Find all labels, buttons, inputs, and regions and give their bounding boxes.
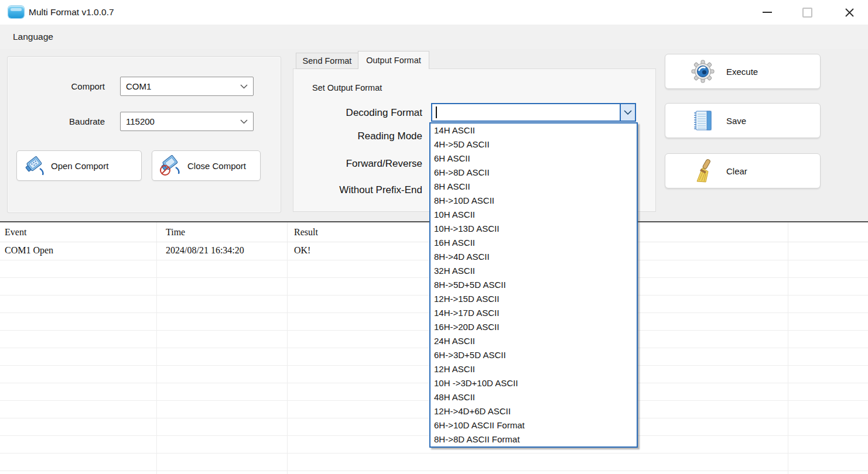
titlebar: Multi Format v1.0.0.7 [0, 0, 868, 25]
execute-button[interactable]: Execute [665, 54, 821, 89]
log-cell-time: 2024/08/21 16:34:20 [166, 242, 244, 259]
dropdown-option[interactable]: 8H->5D+5D ASCII [430, 278, 637, 292]
serial-connector-blocked-icon [159, 154, 182, 177]
chevron-down-icon [240, 84, 248, 89]
dropdown-option[interactable]: 6H ASCII [430, 152, 637, 166]
dropdown-option[interactable]: 10H->13D ASCII [430, 222, 637, 236]
open-comport-button[interactable]: Open Comport [16, 150, 142, 181]
comport-select[interactable]: COM1 [120, 77, 254, 96]
row-divider [0, 453, 868, 454]
dropdown-option[interactable]: 12H->15D ASCII [430, 292, 637, 306]
dropdown-option[interactable]: 6H->3D+5D ASCII [430, 348, 637, 362]
text-caret [436, 107, 437, 118]
decoding-format-dropdown-button[interactable] [620, 104, 635, 121]
set-output-format-label: Set Output Format [312, 83, 382, 92]
row-divider [0, 470, 868, 471]
clear-label: Clear [726, 166, 747, 176]
forward-reverse-label: Forward/Reverse [305, 155, 422, 173]
log-header-result: Result [294, 222, 318, 242]
tab-send-format[interactable]: Send Format [296, 53, 358, 69]
minimize-icon [763, 12, 772, 13]
execute-label: Execute [726, 67, 758, 77]
comport-label: Comport [31, 77, 105, 96]
chevron-down-icon [624, 110, 632, 115]
minimize-button[interactable] [757, 2, 777, 22]
decoding-format-label: Decoding Format [305, 104, 422, 122]
dropdown-option[interactable]: 10H ASCII [430, 208, 637, 222]
app-window: Multi Format v1.0.0.7 Language Comport C… [0, 0, 868, 474]
save-button[interactable]: Save [665, 103, 821, 138]
log-header-event: Event [5, 222, 26, 242]
close-button[interactable] [839, 2, 859, 22]
dropdown-option[interactable]: 32H ASCII [430, 264, 637, 278]
dropdown-option[interactable]: 14H->17D ASCII [430, 306, 637, 320]
maximize-button[interactable] [797, 2, 817, 22]
dropdown-items: 14H ASCII 4H->5D ASCII 6H ASCII 6H->8D A… [430, 123, 637, 446]
comport-value: COM1 [126, 81, 151, 91]
dropdown-option[interactable]: 8H->8D ASCII Format [430, 432, 637, 446]
dropdown-option[interactable]: 16H ASCII [430, 236, 637, 250]
dropdown-option[interactable]: 24H ASCII [430, 334, 637, 348]
dropdown-option[interactable]: 14H ASCII [430, 123, 637, 138]
dropdown-option[interactable]: 8H ASCII [430, 180, 637, 194]
tab-output-format-label: Output Format [366, 56, 421, 65]
clear-button[interactable]: Clear [665, 153, 821, 188]
tab-send-format-label: Send Format [303, 56, 352, 66]
broom-icon [690, 158, 716, 184]
app-icon [8, 6, 24, 18]
tab-output-format[interactable]: Output Format [358, 51, 429, 69]
menubar: Language [0, 25, 868, 49]
log-header-time: Time [166, 222, 185, 242]
save-label: Save [726, 116, 746, 126]
log-cell-event: COM1 Open [5, 242, 53, 259]
baudrate-select[interactable]: 115200 [120, 112, 254, 131]
menu-language[interactable]: Language [9, 25, 57, 49]
reading-mode-label: Reading Mode [305, 128, 422, 145]
dropdown-option[interactable]: 6H->8D ASCII [430, 166, 637, 180]
dropdown-option[interactable]: 8H->4D ASCII [430, 250, 637, 264]
dropdown-option[interactable]: 16H->20D ASCII [430, 320, 637, 334]
dropdown-option[interactable]: 48H ASCII [430, 390, 637, 404]
notebook-icon [690, 108, 716, 133]
window-title: Multi Format v1.0.0.7 [29, 0, 114, 25]
connection-panel: Comport COM1 Baudrate 115200 [7, 56, 281, 213]
open-comport-label: Open Comport [51, 161, 108, 171]
dropdown-option[interactable]: 12H ASCII [430, 362, 637, 376]
dropdown-option[interactable]: 4H->5D ASCII [430, 138, 637, 152]
maximize-icon [802, 8, 812, 18]
close-comport-button[interactable]: Close Comport [152, 150, 261, 181]
decoding-format-dropdown-list: 14H ASCII 4H->5D ASCII 6H ASCII 6H->8D A… [429, 122, 638, 448]
dropdown-option[interactable]: 12H->4D+6D ASCII [430, 404, 637, 418]
chevron-down-icon [240, 119, 248, 124]
without-prefix-end-label: Without Prefix-End [305, 181, 422, 199]
baudrate-value: 115200 [126, 116, 155, 126]
gear-icon [690, 59, 716, 84]
decoding-format-combobox[interactable] [431, 103, 636, 122]
serial-connector-icon [23, 155, 46, 176]
close-icon [845, 8, 855, 18]
dropdown-option[interactable]: 8H->10D ASCII [430, 194, 637, 208]
close-comport-label: Close Comport [187, 161, 246, 171]
log-cell-result: OK! [294, 242, 310, 259]
baudrate-label: Baudrate [31, 112, 105, 131]
dropdown-option[interactable]: 10H ->3D+10D ASCII [430, 376, 637, 390]
dropdown-option[interactable]: 6H->10D ASCII Format [430, 418, 637, 432]
